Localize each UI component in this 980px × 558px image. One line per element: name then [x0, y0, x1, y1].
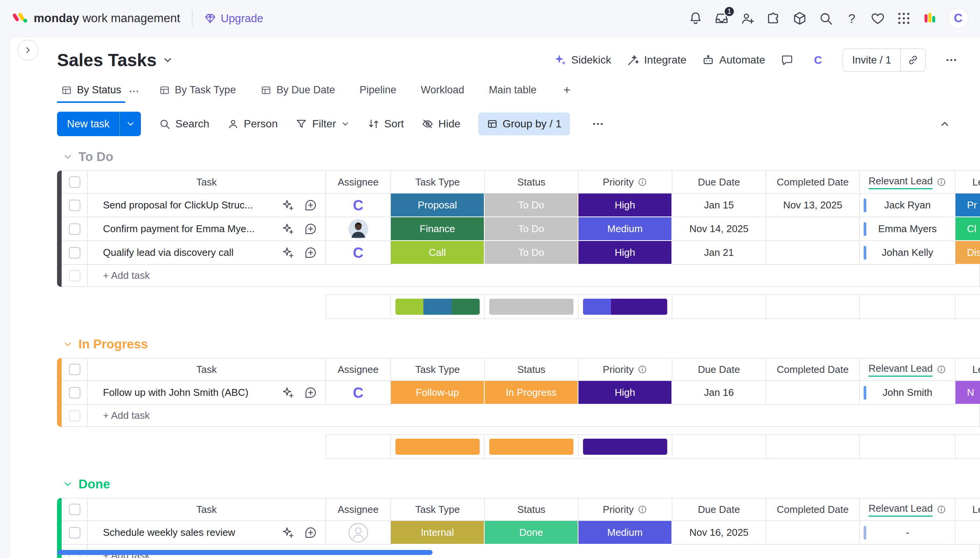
info-icon[interactable]: [936, 504, 946, 514]
column-header-lead[interactable]: Relevant Lead: [860, 498, 955, 521]
column-header-assignee[interactable]: Assignee: [326, 498, 391, 521]
cell-status[interactable]: To Do: [485, 194, 578, 217]
board-options-button[interactable]: [941, 50, 962, 71]
ai-sparkle-icon[interactable]: [282, 246, 294, 259]
add-task-row[interactable]: + Add task: [62, 265, 980, 287]
cell-task_type[interactable]: Proposal: [391, 194, 485, 217]
group-title[interactable]: To Do: [79, 149, 113, 164]
add-task-row[interactable]: + Add task: [62, 405, 980, 427]
collapse-header-button[interactable]: [934, 113, 955, 135]
cell-due[interactable]: Jan 21: [672, 241, 766, 265]
group-collapse-icon[interactable]: [63, 479, 73, 489]
ai-sparkle-icon[interactable]: [282, 223, 294, 235]
cell-due[interactable]: Jan 16: [672, 381, 766, 405]
cell-completed[interactable]: [766, 381, 860, 405]
sidekick-button[interactable]: Sidekick: [553, 54, 611, 67]
checkbox-cell[interactable]: [62, 241, 88, 265]
group-title[interactable]: In Progress: [79, 337, 148, 351]
checkbox-cell[interactable]: [62, 217, 88, 241]
column-header-task[interactable]: Task: [88, 498, 326, 521]
cell-relevant-lead[interactable]: Johan Kelly: [860, 241, 955, 265]
column-header-priority[interactable]: Priority: [578, 171, 672, 194]
cell-completed[interactable]: [766, 241, 860, 265]
column-header-priority[interactable]: Priority: [578, 498, 672, 521]
column-header-lead[interactable]: Relevant Lead: [860, 358, 955, 381]
cell-due[interactable]: Jan 15: [672, 194, 766, 217]
tab-main-table[interactable]: Main table: [485, 80, 540, 103]
assignee-cell[interactable]: C: [326, 241, 391, 265]
tab-options-icon[interactable]: [128, 86, 140, 97]
column-header-completed[interactable]: Completed Date: [766, 498, 860, 521]
add-update-icon[interactable]: [304, 199, 317, 212]
cell-status[interactable]: Done: [485, 521, 578, 545]
help-button[interactable]: ?: [841, 7, 863, 30]
person-filter-tool[interactable]: Person: [227, 118, 278, 130]
invite-members-button[interactable]: [736, 7, 759, 30]
add-update-icon[interactable]: [304, 223, 317, 235]
assignee-cell[interactable]: [326, 521, 391, 545]
task-cell[interactable]: Schedule weekly sales review: [88, 521, 326, 545]
column-header-task_type[interactable]: Task Type: [391, 498, 485, 521]
add-update-icon[interactable]: [304, 246, 317, 259]
more-tools-button[interactable]: [588, 113, 608, 134]
cell-status[interactable]: In Progress: [485, 381, 578, 405]
cell-le[interactable]: Dis: [955, 241, 980, 265]
row-checkbox[interactable]: [69, 270, 81, 281]
notifications-button[interactable]: [685, 7, 707, 30]
row-checkbox[interactable]: [69, 176, 81, 188]
row-checkbox[interactable]: [69, 364, 81, 375]
column-header-due[interactable]: Due Date: [672, 171, 766, 194]
column-header-status[interactable]: Status: [485, 171, 578, 194]
checkbox-cell[interactable]: [62, 521, 88, 545]
product-switcher-button[interactable]: [893, 7, 915, 30]
checkbox-cell[interactable]: [62, 381, 88, 405]
cell-priority[interactable]: High: [578, 194, 672, 217]
info-icon[interactable]: [637, 177, 647, 187]
cell-due[interactable]: Nov 16, 2025: [672, 521, 766, 545]
cell-le[interactable]: Cl: [955, 217, 980, 241]
cell-priority[interactable]: Medium: [578, 521, 672, 545]
cell-task_type[interactable]: Finance: [391, 217, 485, 241]
ai-sparkle-icon[interactable]: [282, 526, 294, 539]
cell-le[interactable]: [955, 521, 980, 545]
column-header-due[interactable]: Due Date: [672, 358, 766, 381]
info-icon[interactable]: [936, 177, 946, 187]
cell-status[interactable]: To Do: [485, 241, 578, 265]
checkbox-cell[interactable]: [62, 171, 88, 194]
assignee-cell[interactable]: C: [326, 381, 391, 405]
column-header-task_type[interactable]: Task Type: [391, 171, 485, 194]
column-header-due[interactable]: Due Date: [672, 498, 766, 521]
row-checkbox[interactable]: [69, 247, 81, 259]
cell-completed[interactable]: [766, 217, 860, 241]
apps-button[interactable]: [763, 7, 785, 30]
invite-button[interactable]: Invite / 1: [843, 49, 900, 71]
tab-by-task-type[interactable]: By Task Type: [155, 80, 240, 103]
info-icon[interactable]: [637, 364, 647, 374]
task-cell[interactable]: Confirm payment for Emma Mye...: [88, 217, 326, 241]
integrate-button[interactable]: Integrate: [627, 54, 687, 67]
cell-task_type[interactable]: Follow-up: [391, 381, 485, 405]
sort-tool[interactable]: Sort: [367, 118, 404, 130]
column-header-lead[interactable]: Relevant Lead: [860, 171, 955, 194]
group-title[interactable]: Done: [79, 477, 110, 491]
upgrade-button[interactable]: Upgrade: [204, 12, 264, 25]
account-logo[interactable]: C: [809, 51, 827, 69]
column-header-task[interactable]: Task: [88, 358, 326, 381]
automate-button[interactable]: Automate: [702, 54, 765, 67]
new-task-dropdown[interactable]: [119, 112, 141, 136]
column-header-le[interactable]: Le: [955, 498, 980, 521]
expand-sidebar-button[interactable]: [18, 40, 38, 61]
row-checkbox[interactable]: [69, 200, 81, 211]
checkbox-cell[interactable]: [62, 498, 88, 521]
add-task-button[interactable]: + Add task: [88, 265, 980, 287]
column-header-task[interactable]: Task: [88, 171, 326, 194]
add-task-button[interactable]: + Add task: [88, 405, 980, 427]
tab-by-due-date[interactable]: By Due Date: [257, 80, 339, 103]
add-update-icon[interactable]: [304, 386, 317, 399]
assignee-cell[interactable]: C: [326, 194, 391, 217]
task-cell[interactable]: Send proposal for ClickUp Struc...: [88, 194, 326, 217]
add-view-button[interactable]: +: [557, 79, 576, 104]
task-cell[interactable]: Follow up with John Smith (ABC): [88, 381, 326, 405]
cell-le[interactable]: Pr: [955, 194, 980, 217]
assignee-cell[interactable]: [326, 217, 391, 241]
